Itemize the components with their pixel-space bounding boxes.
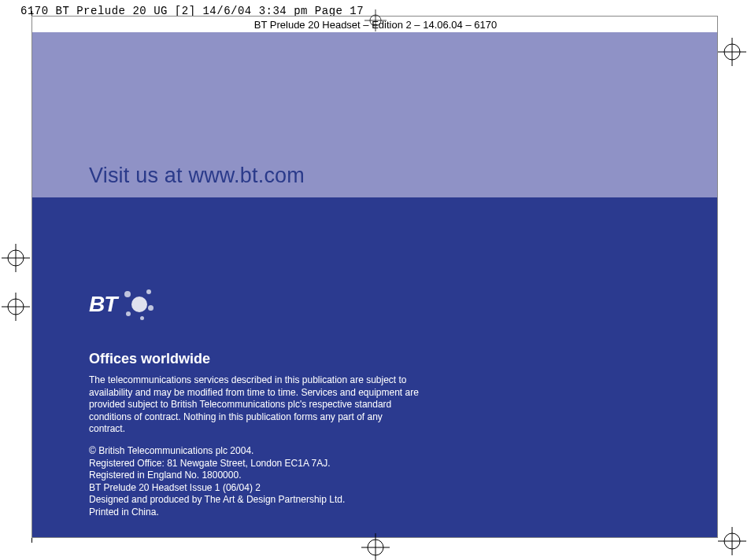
body-copy: The telecommunications services describe…	[89, 374, 420, 529]
bt-logo-text: BT	[89, 292, 117, 317]
registered-number-line: Registered in England No. 1800000.	[89, 470, 420, 482]
registration-mark-icon	[2, 293, 30, 321]
bt-logo: BT	[89, 288, 156, 321]
registration-mark-icon	[718, 38, 746, 66]
svg-point-15	[8, 299, 24, 315]
crop-tick-icon	[31, 538, 32, 543]
page-frame: Visit us at www.bt.com BT Offices worldw…	[31, 16, 718, 538]
svg-point-12	[8, 250, 24, 266]
offices-worldwide-heading: Offices worldwide	[89, 351, 210, 367]
registered-office-line: Registered Office: 81 Newgate Street, Lo…	[89, 458, 420, 470]
main-content-panel: BT Offices worldwide The telecommunicati…	[32, 197, 717, 537]
printed-in-line: Printed in China.	[89, 507, 420, 519]
registration-mark-icon	[718, 527, 746, 555]
top-banner: Visit us at www.bt.com	[32, 32, 717, 197]
legal-block: © British Telecommunications plc 2004. R…	[89, 445, 420, 519]
issue-line: BT Prelude 20 Headset Issue 1 (06/04) 2	[89, 482, 420, 495]
registration-mark-icon	[2, 244, 30, 272]
disclaimer-paragraph: The telecommunications services describe…	[89, 374, 420, 436]
svg-point-9	[368, 540, 383, 555]
bt-globe-icon	[123, 288, 156, 321]
copyright-line: © British Telecommunications plc 2004.	[89, 445, 420, 458]
design-credit-line: Designed and produced by The Art & Desig…	[89, 494, 420, 507]
crop-tick-icon	[31, 11, 32, 16]
visit-url-heading: Visit us at www.bt.com	[89, 164, 305, 188]
svg-point-3	[724, 44, 740, 60]
svg-point-6	[724, 533, 740, 549]
